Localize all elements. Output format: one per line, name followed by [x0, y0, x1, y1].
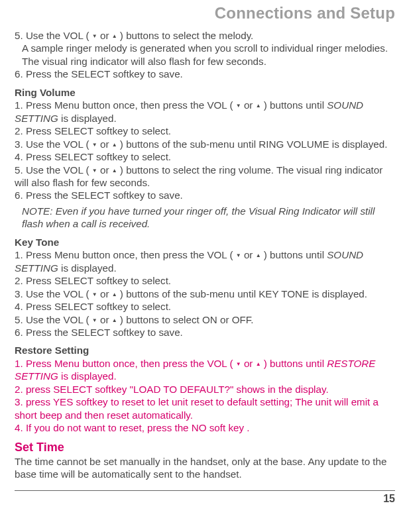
arrow-down-icon: ▼ — [236, 362, 241, 367]
text: 3. Use the VOL ( — [15, 138, 89, 150]
key-tone-step2: 2. Press SELECT softkey to select. — [15, 274, 395, 287]
ring-volume-step4: 4. Press SELECT softkey to select. — [15, 150, 395, 163]
restore-heading: Restore Setting — [15, 344, 395, 356]
arrow-down-icon: ▼ — [236, 253, 241, 258]
text: or — [100, 164, 109, 176]
arrow-up-icon: ▲ — [112, 34, 117, 39]
text: ) buttons of the sub-menu until KEY TONE… — [120, 288, 367, 299]
ring-volume-heading: Ring Volume — [15, 86, 395, 99]
arrow-down-icon: ▼ — [92, 292, 97, 297]
arrow-up-icon: ▲ — [112, 168, 117, 174]
text: ) buttons until — [264, 99, 327, 111]
ring-volume-step2: 2. Press SELECT softkey to select. — [15, 125, 395, 137]
intro-step5b: The visual ring indicator will also flas… — [15, 55, 395, 68]
key-tone-step6: 6. Press the SELECT softkey to save. — [15, 326, 395, 339]
text: 3. Use the VOL ( — [15, 288, 89, 299]
text: or — [100, 138, 109, 150]
text: 1. Press Menu button once, then press th… — [15, 99, 233, 111]
arrow-up-icon: ▲ — [256, 103, 261, 109]
text: ) buttons until — [264, 249, 327, 260]
intro-step5: 5. Use the VOL ( ▼ or ▲ ) buttons to sel… — [15, 29, 395, 42]
text: 1. Press Menu button once, then press th… — [15, 358, 233, 369]
key-tone-step1: 1. Press Menu button once, then press th… — [15, 248, 395, 274]
arrow-down-icon: ▼ — [92, 142, 97, 148]
text: ) buttons of the sub-menu until RING VOL… — [120, 138, 388, 150]
arrow-up-icon: ▲ — [112, 292, 117, 297]
text: or — [244, 358, 253, 369]
body-content: 5. Use the VOL ( ▼ or ▲ ) buttons to sel… — [15, 29, 395, 505]
arrow-down-icon: ▼ — [92, 34, 97, 39]
intro-step5a: A sample ringer melody is generated when… — [15, 42, 395, 54]
text: is displayed. — [58, 370, 117, 382]
intro-step6: 6. Press the SELECT softkey to save. — [15, 68, 395, 80]
key-tone-step3: 3. Use the VOL ( ▼ or ▲ ) buttons of the… — [15, 288, 395, 300]
arrow-up-icon: ▲ — [112, 318, 117, 323]
text: or — [100, 30, 109, 41]
page-header: Connections and Setup — [15, 0, 395, 29]
key-tone-step5: 5. Use the VOL ( ▼ or ▲ ) buttons to sel… — [15, 313, 395, 326]
set-time-body: The time cannot be set manually in the h… — [15, 455, 395, 481]
arrow-up-icon: ▲ — [112, 142, 117, 148]
text: or — [244, 249, 253, 260]
text: or — [244, 99, 253, 111]
text: or — [100, 314, 109, 325]
text: or — [100, 288, 109, 299]
set-time-heading: Set Time — [15, 440, 395, 455]
divider — [15, 490, 395, 491]
text: is displayed. — [58, 262, 117, 274]
text: 5. Use the VOL ( — [15, 314, 89, 325]
text: 5. Use the VOL ( — [15, 164, 89, 176]
ring-volume-note: NOTE: Even if you have turned your ringe… — [15, 205, 395, 231]
text: 5. Use the VOL ( — [15, 30, 89, 41]
ring-volume-step1: 1. Press Menu button once, then press th… — [15, 99, 395, 125]
key-tone-step4: 4. Press SELECT softkey to select. — [15, 300, 395, 313]
arrow-up-icon: ▲ — [256, 362, 261, 367]
text: ) buttons to select the melody. — [120, 30, 253, 41]
ring-volume-step3: 3. Use the VOL ( ▼ or ▲ ) buttons of the… — [15, 138, 395, 150]
key-tone-heading: Key Tone — [15, 236, 395, 248]
arrow-down-icon: ▼ — [92, 318, 97, 323]
ring-volume-step5: 5. Use the VOL ( ▼ or ▲ ) buttons to sel… — [15, 164, 395, 189]
text: ) buttons until — [264, 358, 327, 369]
restore-step4: 4. If you do not want to reset, press th… — [15, 421, 395, 434]
restore-step1: 1. Press Menu button once, then press th… — [15, 357, 395, 383]
restore-step3: 3. press YES softkey to reset to let uni… — [15, 396, 395, 421]
ring-volume-step6: 6. Press the SELECT softkey to save. — [15, 189, 395, 201]
restore-step2: 2. press SELECT softkey "LOAD TO DEFAULT… — [15, 383, 395, 396]
page-number: 15 — [15, 492, 395, 505]
arrow-down-icon: ▼ — [92, 168, 97, 174]
text: ) buttons to select ON or OFF. — [120, 314, 254, 325]
arrow-down-icon: ▼ — [236, 103, 241, 109]
text: 1. Press Menu button once, then press th… — [15, 249, 233, 260]
text: is displayed. — [58, 113, 117, 124]
arrow-up-icon: ▲ — [256, 253, 261, 258]
